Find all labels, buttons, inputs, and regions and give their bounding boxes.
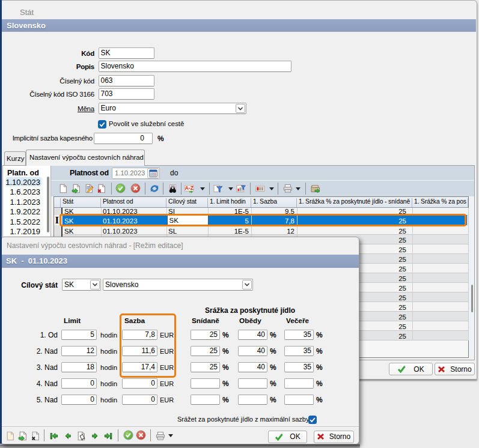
svg-text:A-Z: A-Z (185, 185, 194, 191)
